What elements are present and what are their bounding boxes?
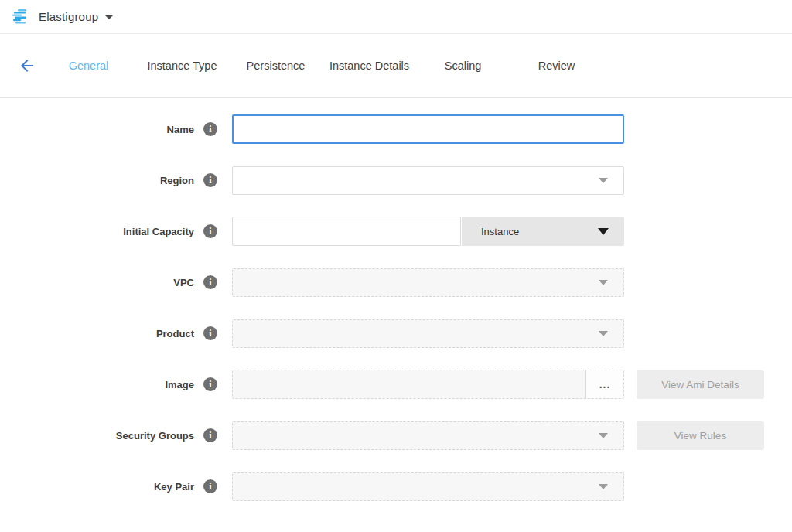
view-ami-details-button: View Ami Details (637, 370, 764, 399)
form-row-key-pair: Key Pair i (0, 472, 792, 501)
general-step-form: Name i Region i Initial Capacity i Insta… (0, 98, 792, 501)
tab-instance-details[interactable]: Instance Details (323, 60, 416, 72)
info-icon[interactable]: i (203, 224, 217, 238)
image-picker-field: ... (232, 370, 624, 399)
form-row-security-groups: Security Groups i View Rules (0, 421, 792, 450)
form-row-product: Product i (0, 319, 792, 348)
form-row-image: Image i ... View Ami Details (0, 370, 792, 399)
app-name: Elastigroup (39, 10, 98, 23)
info-icon[interactable]: i (203, 122, 217, 136)
view-rules-button: View Rules (637, 421, 764, 450)
info-icon[interactable]: i (203, 326, 217, 340)
product-dropdown (232, 319, 624, 348)
tab-persistence[interactable]: Persistence (229, 60, 323, 72)
security-groups-dropdown (232, 421, 624, 450)
dropdown-caret-icon (599, 484, 608, 489)
top-bar: Elastigroup (0, 0, 792, 34)
initial-capacity-input[interactable] (232, 217, 461, 246)
form-row-vpc: VPC i (0, 268, 792, 297)
image-value (233, 370, 585, 398)
dropdown-caret-icon (599, 178, 608, 183)
product-label: Product (156, 328, 194, 339)
form-row-region: Region i (0, 165, 792, 195)
dropdown-caret-icon (598, 228, 609, 235)
info-icon[interactable]: i (203, 275, 217, 289)
tab-review[interactable]: Review (510, 60, 603, 72)
capacity-unit-value: Instance (481, 226, 519, 237)
image-label: Image (165, 379, 194, 390)
key-pair-label: Key Pair (154, 481, 194, 493)
ellipsis-browse-button: ... (586, 370, 623, 398)
dropdown-caret-icon (599, 280, 608, 285)
name-input[interactable] (232, 114, 624, 144)
key-pair-dropdown (232, 472, 624, 501)
capacity-unit-dropdown[interactable]: Instance (462, 217, 624, 246)
info-icon[interactable]: i (203, 479, 217, 493)
tab-instance-type[interactable]: Instance Type (135, 60, 229, 72)
arrow-back-icon (18, 56, 36, 75)
name-label: Name (167, 124, 194, 135)
chevron-down-icon (105, 15, 113, 19)
form-row-name: Name i (0, 114, 792, 144)
info-icon[interactable]: i (203, 428, 217, 442)
info-icon[interactable]: i (203, 173, 217, 187)
back-button[interactable] (17, 56, 37, 76)
dropdown-caret-icon (599, 433, 608, 438)
tabs: General Instance Type Persistence Instan… (42, 60, 603, 72)
region-label: Region (160, 175, 194, 186)
elastigroup-logo-icon (11, 8, 31, 26)
app-switcher[interactable]: Elastigroup (11, 8, 113, 26)
tab-general[interactable]: General (42, 60, 135, 72)
info-icon[interactable]: i (203, 377, 217, 391)
security-groups-label: Security Groups (116, 430, 194, 442)
vpc-label: VPC (173, 277, 194, 288)
dropdown-caret-icon (599, 331, 608, 336)
form-row-initial-capacity: Initial Capacity i Instance (0, 217, 792, 246)
tab-scaling[interactable]: Scaling (416, 60, 510, 72)
wizard-tab-bar: General Instance Type Persistence Instan… (0, 34, 792, 98)
vpc-dropdown (232, 268, 624, 297)
initial-capacity-label: Initial Capacity (123, 226, 194, 237)
region-dropdown[interactable] (232, 166, 624, 195)
